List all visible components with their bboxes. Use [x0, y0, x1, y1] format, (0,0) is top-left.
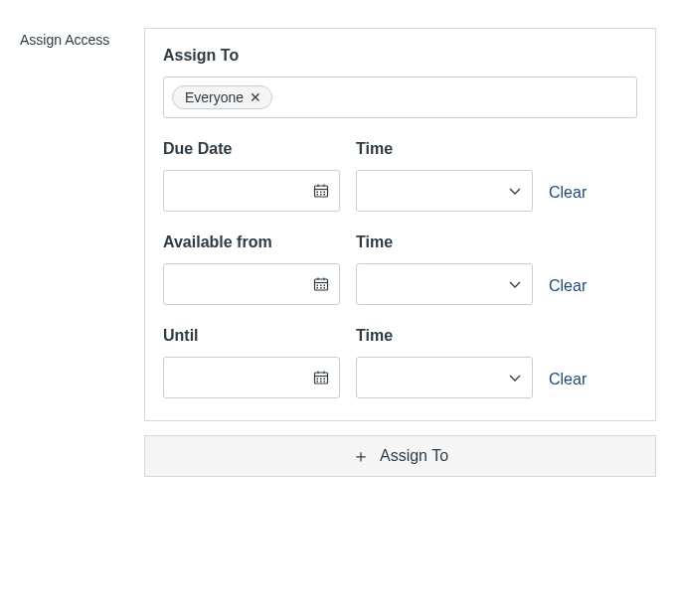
calendar-icon[interactable]	[313, 370, 329, 385]
clear-available-from-button[interactable]: Clear	[549, 277, 587, 295]
due-time-label: Time	[356, 140, 533, 158]
svg-rect-24	[317, 379, 319, 381]
svg-rect-17	[317, 287, 319, 289]
available-from-time-input[interactable]	[357, 264, 532, 304]
due-time-select[interactable]	[356, 170, 533, 212]
assign-to-label: Assign To	[163, 47, 637, 65]
clear-due-button[interactable]: Clear	[549, 184, 587, 202]
svg-rect-28	[320, 381, 322, 383]
available-from-input-wrap[interactable]	[163, 263, 340, 305]
svg-rect-8	[320, 194, 322, 196]
until-input-wrap[interactable]	[163, 357, 340, 398]
svg-rect-26	[324, 379, 326, 381]
assign-to-input[interactable]: Everyone ✕	[163, 77, 637, 118]
close-icon[interactable]: ✕	[250, 90, 261, 104]
calendar-icon[interactable]	[313, 183, 329, 199]
tag-text: Everyone	[185, 89, 244, 105]
clear-until-button[interactable]: Clear	[549, 371, 587, 388]
available-from-label: Available from	[163, 233, 340, 251]
until-time-input[interactable]	[357, 358, 532, 397]
svg-rect-9	[324, 194, 326, 196]
available-from-time-label: Time	[356, 233, 533, 251]
add-assign-to-button[interactable]: ＋ Assign To	[144, 435, 656, 477]
chevron-down-icon[interactable]	[508, 277, 522, 291]
assign-to-tag[interactable]: Everyone ✕	[172, 85, 272, 109]
due-date-label: Due Date	[163, 140, 340, 158]
svg-rect-4	[317, 192, 319, 194]
due-time-input[interactable]	[357, 171, 532, 211]
calendar-icon[interactable]	[313, 276, 329, 292]
assign-access-label: Assign Access	[20, 28, 144, 48]
assign-access-container: Assign Access Assign To Everyone ✕ Due D…	[20, 28, 656, 477]
svg-rect-29	[324, 381, 326, 383]
until-time-select[interactable]	[356, 357, 533, 398]
svg-rect-15	[320, 285, 322, 287]
assign-card: Assign To Everyone ✕ Due Date	[144, 28, 656, 421]
available-from-time-select[interactable]	[356, 263, 533, 305]
chevron-down-icon[interactable]	[508, 184, 522, 198]
svg-rect-27	[317, 381, 319, 383]
available-from-row: Available from	[163, 233, 637, 305]
svg-rect-25	[320, 379, 322, 381]
until-label: Until	[163, 327, 340, 345]
main-column: Assign To Everyone ✕ Due Date	[144, 28, 656, 477]
plus-icon: ＋	[352, 447, 370, 465]
due-date-input-wrap[interactable]	[163, 170, 340, 212]
due-date-row: Due Date	[163, 140, 637, 212]
svg-rect-18	[320, 287, 322, 289]
chevron-down-icon[interactable]	[508, 371, 522, 385]
add-button-label: Assign To	[380, 447, 448, 465]
svg-rect-16	[324, 285, 326, 287]
svg-rect-14	[317, 285, 319, 287]
svg-rect-19	[324, 287, 326, 289]
svg-rect-7	[317, 194, 319, 196]
until-time-label: Time	[356, 327, 533, 345]
svg-rect-5	[320, 192, 322, 194]
svg-rect-6	[324, 192, 326, 194]
until-row: Until	[163, 327, 637, 398]
